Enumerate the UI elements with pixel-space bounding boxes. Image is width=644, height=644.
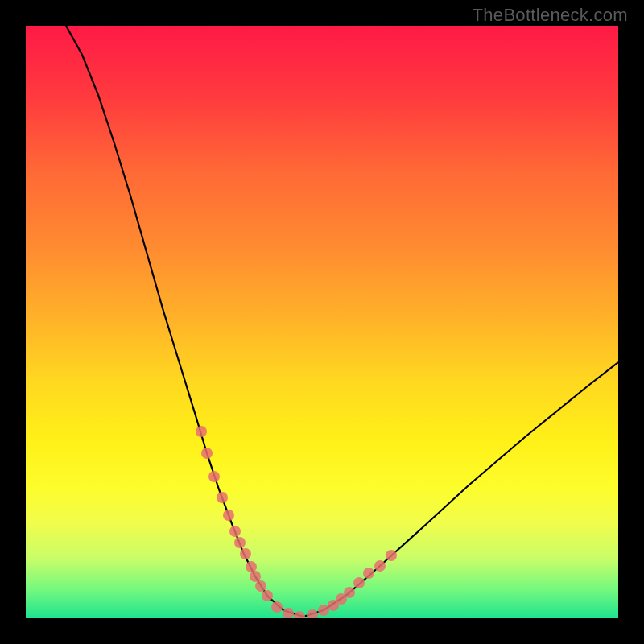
marker-dot xyxy=(283,608,294,618)
marker-group xyxy=(196,426,397,618)
plot-area xyxy=(26,26,618,618)
marker-dot xyxy=(318,605,329,616)
marker-dot xyxy=(217,492,228,503)
marker-dot xyxy=(307,609,318,618)
marker-dot xyxy=(294,611,305,618)
marker-dot xyxy=(229,526,241,537)
marker-dot xyxy=(234,537,246,548)
marker-dot xyxy=(255,580,266,592)
marker-dot xyxy=(344,587,355,598)
marker-dot xyxy=(374,560,386,572)
marker-dot xyxy=(240,548,251,559)
marker-dot xyxy=(363,568,374,579)
marker-dot xyxy=(262,590,273,601)
marker-dot xyxy=(208,471,220,482)
marker-dot xyxy=(250,571,261,582)
bottleneck-curve xyxy=(66,26,618,617)
marker-dot xyxy=(196,426,207,437)
curve-group xyxy=(66,26,618,617)
marker-dot xyxy=(353,577,365,588)
marker-dot xyxy=(223,510,234,521)
marker-dot xyxy=(246,561,257,572)
marker-dot xyxy=(201,448,213,459)
marker-dot xyxy=(386,550,397,561)
marker-dot xyxy=(271,601,283,613)
watermark-text: TheBottleneck.com xyxy=(473,5,628,26)
chart-frame: TheBottleneck.com xyxy=(0,0,644,644)
chart-svg xyxy=(26,26,618,618)
